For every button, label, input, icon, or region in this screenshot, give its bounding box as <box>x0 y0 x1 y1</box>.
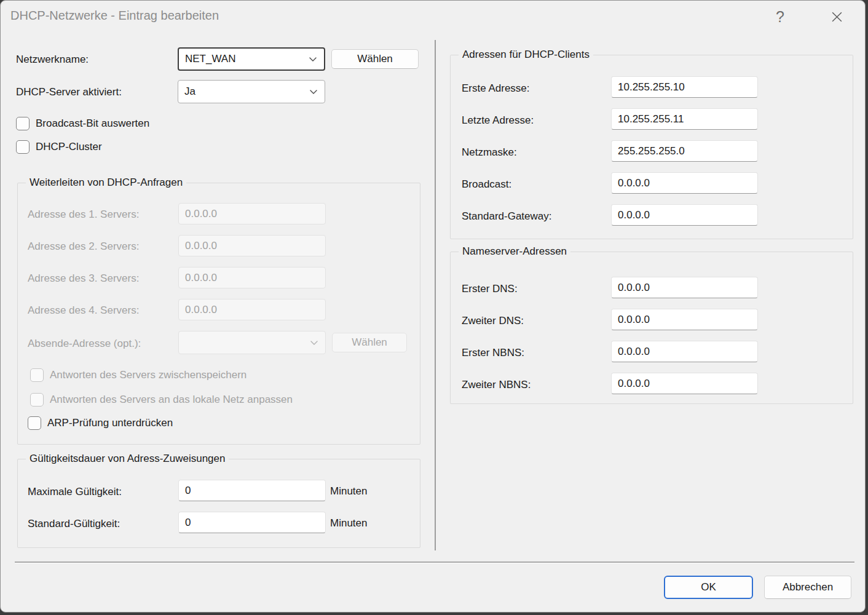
nbns1-label: Erster NBNS: <box>462 346 524 359</box>
help-icon: ? <box>776 8 784 26</box>
server4-label: Adresse des 4. Servers: <box>28 304 139 317</box>
checkbox-label: ARP-Prüfung unterdrücken <box>47 417 173 429</box>
checkbox-box <box>28 416 41 430</box>
network-name-select[interactable]: NET_WAN <box>178 47 325 71</box>
checkbox-label: Broadcast-Bit auswerten <box>36 117 149 130</box>
group-title: Nameserver-Adressen <box>459 245 570 258</box>
sender-address-label: Absende-Adresse (opt.): <box>28 337 141 350</box>
checkbox-cache-server-answers: Antworten des Servers zwischenspeichern <box>30 368 247 382</box>
first-address-label: Erste Adresse: <box>462 82 530 95</box>
checkbox-box <box>16 117 30 130</box>
default-lease-input[interactable] <box>178 512 326 533</box>
first-address-input[interactable] <box>611 76 758 98</box>
checkbox-label: Antworten des Servers zwischenspeichern <box>50 369 247 381</box>
window-title: DHCP-Netzwerke - Eintrag bearbeiten <box>10 9 219 23</box>
chevron-down-icon <box>309 87 318 97</box>
chevron-down-icon <box>309 338 319 347</box>
screen: DHCP-Netzwerke - Eintrag bearbeiten ? Ne… <box>0 0 868 615</box>
dns1-input[interactable] <box>611 277 758 298</box>
dhcp-network-edit-dialog: DHCP-Netzwerke - Eintrag bearbeiten ? Ne… <box>0 0 866 613</box>
checkbox-box <box>16 140 30 154</box>
max-lease-unit: Minuten <box>330 485 367 498</box>
max-lease-label: Maximale Gültigkeit: <box>28 485 122 498</box>
sender-choose-button: Wählen <box>332 333 407 352</box>
server3-label: Adresse des 3. Servers: <box>28 272 139 285</box>
checkbox-adapt-server-answers: Antworten des Servers an das lokale Netz… <box>30 393 293 407</box>
group-dhcp-client-addresses: Adressen für DHCP-Clients Erste Adresse:… <box>450 55 853 239</box>
gateway-label: Standard-Gateway: <box>462 210 551 223</box>
netmask-label: Netzmaske: <box>462 146 517 159</box>
network-choose-button[interactable]: Wählen <box>331 49 419 69</box>
server4-input <box>178 299 326 320</box>
sender-choose-button-label: Wählen <box>352 336 387 349</box>
group-title: Adressen für DHCP-Clients <box>459 49 593 61</box>
checkbox-broadcast-bit[interactable]: Broadcast-Bit auswerten <box>16 117 149 130</box>
cancel-button-label: Abbrechen <box>783 581 833 593</box>
cancel-button[interactable]: Abbrechen <box>764 576 851 599</box>
server1-label: Adresse des 1. Servers: <box>28 208 139 221</box>
group-lease-duration: Gültigkeitsdauer von Adress-Zuweisungen … <box>17 459 420 548</box>
ok-button-label: OK <box>701 581 716 593</box>
dns2-input[interactable] <box>611 309 758 330</box>
chevron-down-icon <box>308 54 318 64</box>
checkbox-box <box>30 368 44 382</box>
default-lease-unit: Minuten <box>330 517 367 530</box>
default-lease-label: Standard-Gültigkeit: <box>28 517 120 530</box>
group-dhcp-forwarding: Weiterleiten von DHCP-Anfragen Adresse d… <box>17 183 420 445</box>
title-bar[interactable]: DHCP-Netzwerke - Eintrag bearbeiten ? <box>1 1 865 33</box>
last-address-label: Letzte Adresse: <box>462 114 534 127</box>
help-button[interactable]: ? <box>768 5 792 28</box>
column-separator <box>435 40 436 550</box>
dns2-label: Zweiter DNS: <box>462 314 524 327</box>
nbns1-input[interactable] <box>611 341 758 362</box>
server3-input <box>178 267 326 288</box>
dhcp-enabled-label: DHCP-Server aktiviert: <box>16 85 122 98</box>
netmask-input[interactable] <box>611 140 758 162</box>
dhcp-enabled-value: Ja <box>184 85 195 98</box>
network-name-label: Netzwerkname: <box>16 53 89 66</box>
max-lease-input[interactable] <box>178 480 326 501</box>
nbns2-label: Zweiter NBNS: <box>462 378 531 391</box>
checkbox-box <box>30 393 44 407</box>
checkbox-dhcp-cluster[interactable]: DHCP-Cluster <box>16 140 102 154</box>
server2-input <box>178 235 326 256</box>
group-title: Weiterleiten von DHCP-Anfragen <box>26 177 186 189</box>
server1-input <box>178 203 326 224</box>
broadcast-label: Broadcast: <box>462 178 511 191</box>
gateway-input[interactable] <box>611 204 758 226</box>
checkbox-suppress-arp-check[interactable]: ARP-Prüfung unterdrücken <box>28 416 173 430</box>
nbns2-input[interactable] <box>611 373 758 394</box>
checkbox-label: Antworten des Servers an das lokale Netz… <box>50 394 293 406</box>
close-icon <box>831 10 843 23</box>
broadcast-input[interactable] <box>611 172 758 194</box>
close-button[interactable] <box>824 5 849 28</box>
group-nameserver-addresses: Nameserver-Adressen Erster DNS: Zweiter … <box>450 252 853 404</box>
network-name-value: NET_WAN <box>185 53 236 65</box>
footer-separator <box>15 561 854 563</box>
server2-label: Adresse des 2. Servers: <box>28 240 139 253</box>
checkbox-label: DHCP-Cluster <box>36 141 102 153</box>
network-choose-button-label: Wählen <box>357 53 393 65</box>
ok-button[interactable]: OK <box>664 576 753 599</box>
dns1-label: Erster DNS: <box>462 282 518 295</box>
group-title: Gültigkeitsdauer von Adress-Zuweisungen <box>26 453 229 465</box>
dhcp-enabled-select[interactable]: Ja <box>178 80 325 103</box>
sender-address-select <box>178 331 326 354</box>
last-address-input[interactable] <box>611 108 758 130</box>
